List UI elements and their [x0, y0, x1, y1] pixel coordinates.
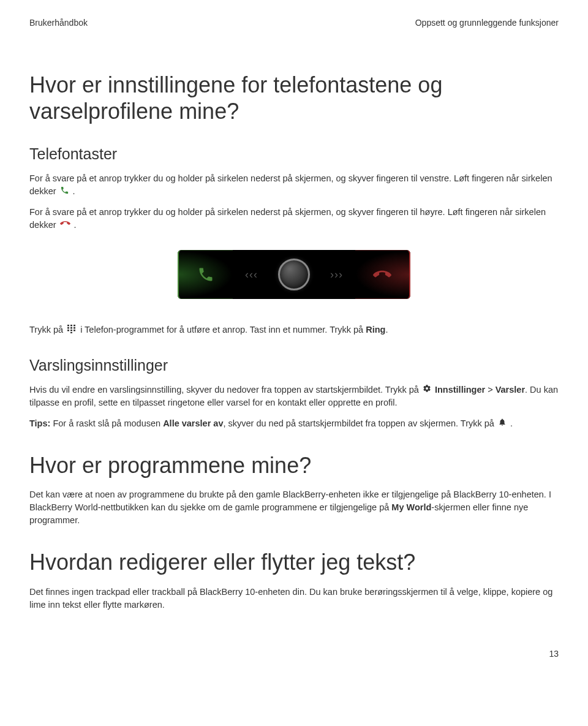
telefontaster-p2: For å svare på et anrop trykker du og ho…	[29, 206, 559, 232]
svg-rect-1	[70, 325, 72, 327]
answer-zone[interactable]	[178, 250, 233, 299]
section-rediger-title: Hvordan redigerer eller flytter jeg teks…	[29, 549, 559, 575]
header-left: Brukerhåndbok	[29, 17, 88, 29]
svg-rect-9	[70, 332, 72, 333]
svg-rect-5	[74, 327, 75, 329]
swipe-knob[interactable]	[278, 259, 310, 290]
svg-rect-4	[70, 327, 72, 329]
chevron-left-icon: ‹‹‹	[245, 267, 258, 282]
svg-rect-3	[67, 327, 69, 329]
phone-answer-icon	[60, 186, 69, 199]
varsling-p1: Hvis du vil endre en varslingsinnstillin…	[29, 384, 559, 410]
header-right: Oppsett og grunnleggende funksjoner	[415, 17, 559, 29]
rediger-p: Det finnes ingen trackpad eller trackbal…	[29, 586, 559, 611]
keypad-icon	[67, 324, 77, 337]
telefontaster-p3: Trykk på i Telefon-programmet for å utfø…	[29, 323, 559, 337]
gear-icon	[423, 384, 431, 396]
decline-zone[interactable]	[355, 250, 410, 299]
svg-rect-7	[70, 330, 72, 331]
section-telefontaster-title: Telefontaster	[29, 144, 559, 165]
page-title: Hvor er innstillingene for telefontasten…	[29, 72, 559, 124]
varsling-p2: Tips: For å raskt slå på modusen Alle va…	[29, 417, 559, 431]
bell-icon	[498, 417, 507, 430]
page-number: 13	[29, 648, 559, 660]
call-swipe-widget: ‹‹‹ ›››	[178, 250, 410, 299]
section-programmer-title: Hvor er programmene mine?	[29, 452, 559, 478]
svg-rect-6	[67, 330, 69, 331]
telefontaster-p1: For å svare på et anrop trykker du og ho…	[29, 172, 559, 199]
phone-decline-icon	[60, 219, 70, 232]
chevron-right-icon: ›››	[330, 267, 343, 282]
section-varsling-title: Varslingsinnstillinger	[29, 355, 559, 376]
svg-rect-2	[74, 325, 75, 327]
svg-rect-0	[67, 325, 69, 327]
programmer-p: Det kan være at noen av programmene du b…	[29, 488, 559, 527]
phone-answer-icon	[197, 266, 214, 283]
svg-rect-8	[74, 330, 75, 331]
phone-decline-icon	[373, 267, 391, 282]
